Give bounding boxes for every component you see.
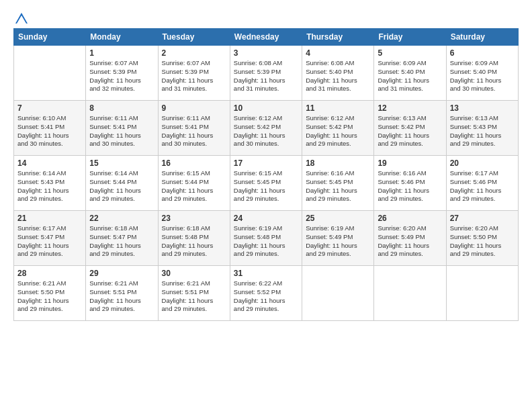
table-row: 28Sunrise: 6:21 AMSunset: 5:50 PMDayligh… [14,266,86,321]
table-row: 20Sunrise: 6:17 AMSunset: 5:46 PMDayligh… [446,156,518,211]
table-row: 9Sunrise: 6:11 AMSunset: 5:41 PMDaylight… [158,101,230,156]
day-number: 15 [89,158,154,168]
day-number: 17 [234,158,298,168]
table-row [14,46,86,101]
day-info: Sunrise: 6:19 AMSunset: 5:49 PMDaylight:… [306,224,370,259]
day-number: 6 [450,48,515,58]
day-number: 25 [306,214,370,223]
table-row: 16Sunrise: 6:15 AMSunset: 5:44 PMDayligh… [158,156,230,211]
day-info: Sunrise: 6:17 AMSunset: 5:47 PMDaylight:… [17,224,82,259]
day-number: 22 [89,214,154,223]
day-info: Sunrise: 6:09 AMSunset: 5:40 PMDaylight:… [450,59,515,93]
day-number: 23 [162,214,226,223]
header-tuesday: Tuesday [158,29,230,46]
day-number: 3 [234,48,298,58]
day-info: Sunrise: 6:08 AMSunset: 5:40 PMDaylight:… [306,59,370,93]
day-number: 29 [89,269,154,278]
table-row: 17Sunrise: 6:15 AMSunset: 5:45 PMDayligh… [230,156,302,211]
day-number: 30 [162,269,226,278]
day-info: Sunrise: 6:12 AMSunset: 5:42 PMDaylight:… [234,114,298,148]
day-number: 9 [162,103,226,113]
day-info: Sunrise: 6:15 AMSunset: 5:44 PMDaylight:… [162,169,226,203]
header-sunday: Sunday [14,29,86,46]
day-number: 21 [17,214,82,223]
day-number: 11 [306,103,370,113]
day-number: 19 [378,158,442,168]
day-info: Sunrise: 6:14 AMSunset: 5:43 PMDaylight:… [17,169,82,203]
day-number: 24 [234,214,298,223]
table-row: 12Sunrise: 6:13 AMSunset: 5:42 PMDayligh… [374,101,446,156]
calendar-header-row: Sunday Monday Tuesday Wednesday Thursday… [14,29,519,46]
table-row: 7Sunrise: 6:10 AMSunset: 5:41 PMDaylight… [14,101,86,156]
day-number: 4 [306,48,370,58]
header-saturday: Saturday [446,29,518,46]
table-row: 3Sunrise: 6:08 AMSunset: 5:39 PMDaylight… [230,46,302,101]
table-row [446,266,518,321]
day-info: Sunrise: 6:22 AMSunset: 5:52 PMDaylight:… [234,279,298,314]
day-info: Sunrise: 6:09 AMSunset: 5:40 PMDaylight:… [378,59,442,93]
day-info: Sunrise: 6:18 AMSunset: 5:48 PMDaylight:… [162,224,226,259]
table-row: 8Sunrise: 6:11 AMSunset: 5:41 PMDaylight… [86,101,158,156]
day-info: Sunrise: 6:13 AMSunset: 5:42 PMDaylight:… [378,114,442,148]
day-number: 1 [89,48,154,58]
day-info: Sunrise: 6:21 AMSunset: 5:51 PMDaylight:… [162,279,226,314]
table-row: 14Sunrise: 6:14 AMSunset: 5:43 PMDayligh… [14,156,86,211]
table-row: 5Sunrise: 6:09 AMSunset: 5:40 PMDaylight… [374,46,446,101]
day-info: Sunrise: 6:16 AMSunset: 5:46 PMDaylight:… [378,169,442,203]
day-number: 7 [17,103,82,113]
day-number: 28 [17,269,82,278]
header-wednesday: Wednesday [230,29,302,46]
table-row: 2Sunrise: 6:07 AMSunset: 5:39 PMDaylight… [158,46,230,101]
header-thursday: Thursday [302,29,374,46]
day-info: Sunrise: 6:11 AMSunset: 5:41 PMDaylight:… [89,114,154,148]
day-number: 13 [450,103,515,113]
table-row: 25Sunrise: 6:19 AMSunset: 5:49 PMDayligh… [302,211,374,266]
table-row [302,266,374,321]
table-row: 1Sunrise: 6:07 AMSunset: 5:39 PMDaylight… [86,46,158,101]
table-row [374,266,446,321]
day-number: 26 [378,214,442,223]
day-info: Sunrise: 6:13 AMSunset: 5:43 PMDaylight:… [450,114,515,148]
table-row: 26Sunrise: 6:20 AMSunset: 5:49 PMDayligh… [374,211,446,266]
day-info: Sunrise: 6:16 AMSunset: 5:45 PMDaylight:… [306,169,370,203]
day-info: Sunrise: 6:19 AMSunset: 5:48 PMDaylight:… [234,224,298,259]
day-info: Sunrise: 6:20 AMSunset: 5:49 PMDaylight:… [378,224,442,259]
day-info: Sunrise: 6:18 AMSunset: 5:47 PMDaylight:… [89,224,154,259]
logo [13,12,28,24]
logo-icon [15,12,28,24]
page: Sunday Monday Tuesday Wednesday Thursday… [0,0,532,411]
day-number: 16 [162,158,226,168]
header-friday: Friday [374,29,446,46]
table-row: 11Sunrise: 6:12 AMSunset: 5:42 PMDayligh… [302,101,374,156]
table-row: 23Sunrise: 6:18 AMSunset: 5:48 PMDayligh… [158,211,230,266]
day-info: Sunrise: 6:21 AMSunset: 5:51 PMDaylight:… [89,279,154,314]
day-number: 14 [17,158,82,168]
table-row: 15Sunrise: 6:14 AMSunset: 5:44 PMDayligh… [86,156,158,211]
table-row: 10Sunrise: 6:12 AMSunset: 5:42 PMDayligh… [230,101,302,156]
calendar-table: Sunday Monday Tuesday Wednesday Thursday… [13,28,519,321]
day-number: 10 [234,103,298,113]
day-number: 5 [378,48,442,58]
table-row: 21Sunrise: 6:17 AMSunset: 5:47 PMDayligh… [14,211,86,266]
day-number: 31 [234,269,298,278]
table-row: 31Sunrise: 6:22 AMSunset: 5:52 PMDayligh… [230,266,302,321]
day-info: Sunrise: 6:14 AMSunset: 5:44 PMDaylight:… [89,169,154,203]
table-row: 6Sunrise: 6:09 AMSunset: 5:40 PMDaylight… [446,46,518,101]
day-info: Sunrise: 6:21 AMSunset: 5:50 PMDaylight:… [17,279,82,314]
day-info: Sunrise: 6:11 AMSunset: 5:41 PMDaylight:… [162,114,226,148]
header-monday: Monday [86,29,158,46]
table-row: 27Sunrise: 6:20 AMSunset: 5:50 PMDayligh… [446,211,518,266]
day-number: 12 [378,103,442,113]
day-info: Sunrise: 6:08 AMSunset: 5:39 PMDaylight:… [234,59,298,93]
day-number: 2 [162,48,226,58]
table-row: 29Sunrise: 6:21 AMSunset: 5:51 PMDayligh… [86,266,158,321]
day-number: 8 [89,103,154,113]
day-info: Sunrise: 6:15 AMSunset: 5:45 PMDaylight:… [234,169,298,203]
table-row: 18Sunrise: 6:16 AMSunset: 5:45 PMDayligh… [302,156,374,211]
header [13,12,519,24]
table-row: 24Sunrise: 6:19 AMSunset: 5:48 PMDayligh… [230,211,302,266]
table-row: 4Sunrise: 6:08 AMSunset: 5:40 PMDaylight… [302,46,374,101]
table-row: 22Sunrise: 6:18 AMSunset: 5:47 PMDayligh… [86,211,158,266]
day-info: Sunrise: 6:12 AMSunset: 5:42 PMDaylight:… [306,114,370,148]
day-info: Sunrise: 6:10 AMSunset: 5:41 PMDaylight:… [17,114,82,148]
